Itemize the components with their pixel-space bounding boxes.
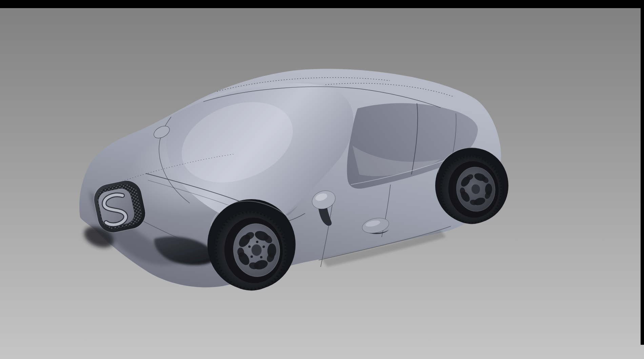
letterbox-top-bar: [0, 0, 644, 8]
viewport: [0, 0, 644, 359]
letterbox-right-bar: [641, 0, 644, 345]
viewport-canvas[interactable]: [0, 0, 644, 359]
